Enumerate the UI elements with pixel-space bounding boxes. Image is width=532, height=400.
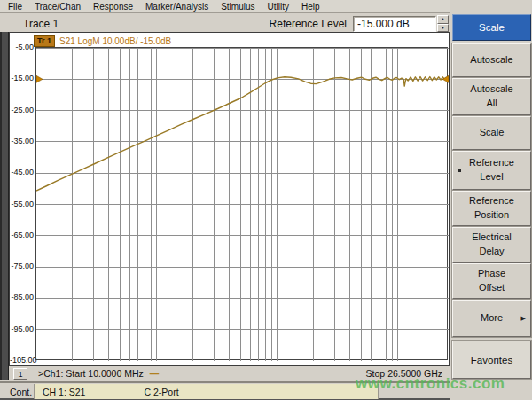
- trace1-badge[interactable]: Tr 1: [34, 35, 55, 47]
- trace1-legend-text: S21 LogM 10.00dB/ -15.0dB: [59, 36, 171, 46]
- y-tick: -85.00: [10, 293, 34, 302]
- s21-trace-chart: [36, 48, 449, 361]
- menu-utility[interactable]: Utility: [268, 2, 289, 12]
- trace-title: Trace 1: [23, 18, 59, 30]
- calibration-status: C 2-Port: [144, 387, 178, 397]
- sweep-status: Cont.: [10, 387, 32, 397]
- y-tick: -25.00: [10, 106, 34, 114]
- reference-level-label: Reference Level: [270, 18, 347, 30]
- reference-level-stepper: ▲ ▼: [437, 15, 449, 32]
- softkey-phase-offset[interactable]: Phase Offset: [452, 263, 531, 299]
- menu-trace-chan[interactable]: Trace/Chan: [35, 2, 81, 12]
- menu-marker-analysis[interactable]: Marker/Analysis: [145, 2, 208, 12]
- y-tick: -45.00: [10, 168, 34, 176]
- y-tick: -95.00: [10, 325, 34, 333]
- y-tick: -75.00: [10, 262, 34, 271]
- menu-response[interactable]: Response: [93, 2, 133, 12]
- spinner-up-icon[interactable]: ▲: [437, 15, 449, 24]
- softkey-menu-title[interactable]: Scale: [452, 14, 531, 41]
- menu-file[interactable]: File: [8, 2, 22, 12]
- softkey-more-label: More: [481, 311, 503, 325]
- y-tick: -35.00: [10, 137, 34, 145]
- softkey-favorites[interactable]: Favorites: [452, 341, 531, 379]
- status-middle-segment: CH 1: S21 C 2-Port: [34, 384, 379, 399]
- softkey-autoscale[interactable]: Autoscale: [452, 43, 531, 77]
- toolbar: Trace 1 Reference Level -15.000 dB ▲ ▼: [0, 14, 449, 33]
- plot-panel: Tr 1 S21 LogM 10.00dB/ -15.0dB -5.00 -15…: [9, 32, 450, 366]
- softkey-sidebar: Scale Autoscale Autoscale All Scale Refe…: [450, 0, 532, 400]
- y-tick: -105.00: [10, 356, 34, 365]
- trace-legend: Tr 1 S21 LogM 10.00dB/ -15.0dB: [34, 35, 171, 47]
- selected-dot-icon: [458, 169, 461, 172]
- reference-level-input[interactable]: -15.000 dB: [353, 16, 436, 32]
- softkey-reference-level[interactable]: Reference Level: [452, 151, 531, 190]
- channel1-badge[interactable]: 1: [13, 368, 27, 380]
- y-tick: -5.00: [10, 43, 34, 51]
- y-tick: -15.00: [10, 74, 34, 82]
- softkey-reference-position[interactable]: Reference Position: [452, 191, 531, 226]
- submenu-arrow-icon: ▶: [521, 314, 526, 323]
- start-frequency-label: >Ch1: Start 10.0000 MHz: [38, 368, 144, 379]
- y-tick: -65.00: [10, 231, 34, 239]
- menu-stimulus[interactable]: Stimulus: [221, 2, 254, 12]
- softkey-more[interactable]: More ▶: [452, 300, 531, 337]
- watermark: www.cntronics.com: [356, 375, 505, 393]
- softkey-autoscale-all[interactable]: Autoscale All: [452, 78, 531, 115]
- trace-color-dash-icon: —: [150, 368, 160, 379]
- y-tick: -55.00: [10, 200, 34, 208]
- plot-left-edge: [0, 32, 9, 380]
- softkey-list: Autoscale Autoscale All Scale Reference …: [452, 43, 531, 338]
- menu-help[interactable]: Help: [301, 2, 320, 12]
- plot-grid: [35, 47, 448, 360]
- active-channel-status: CH 1: S21: [43, 387, 85, 397]
- softkey-reference-level-label: Reference Level: [469, 156, 514, 184]
- softkey-scale[interactable]: Scale: [452, 116, 531, 150]
- softkey-electrical-delay[interactable]: Electrical Delay: [452, 227, 531, 263]
- spinner-down-icon[interactable]: ▼: [437, 24, 449, 33]
